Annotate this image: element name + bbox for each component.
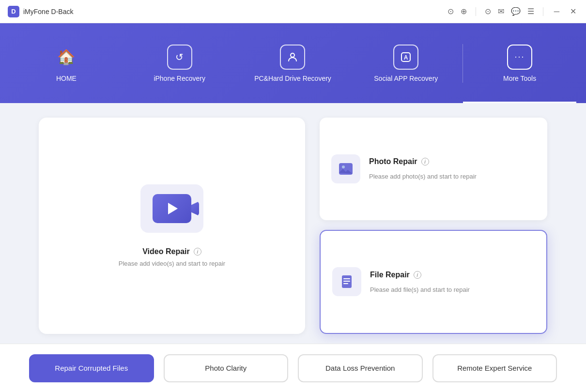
divider: [476, 7, 476, 16]
file-repair-card[interactable]: File Repair i Please add file(s) and sta…: [320, 230, 547, 334]
svg-text:A: A: [404, 54, 408, 61]
main-content: Video Repair i Please add video(s) and s…: [0, 103, 586, 344]
video-icon-wrapper: [140, 184, 203, 233]
discord-icon[interactable]: ⊕: [461, 7, 467, 16]
pc-icon: [280, 45, 305, 70]
video-repair-info-icon[interactable]: i: [194, 248, 201, 256]
window-controls: ⊙ ⊕ ⊙ ✉ 💬 ☰ ─ ✕: [447, 6, 578, 17]
svg-point-5: [342, 166, 345, 168]
title-bar: D iMyFone D-Back ⊙ ⊕ ⊙ ✉ 💬 ☰ ─ ✕: [0, 0, 586, 23]
menu-icon[interactable]: ☰: [527, 7, 534, 16]
data-loss-button[interactable]: Data Loss Prevention: [298, 354, 423, 382]
nav-home-label: HOME: [56, 75, 77, 82]
close-button[interactable]: ✕: [568, 6, 578, 17]
nav-iphone[interactable]: ↺ iPhone Recovery: [123, 23, 236, 103]
photo-repair-desc: Please add photo(s) and start to repair: [369, 173, 477, 180]
photo-icon-box: [331, 154, 360, 183]
right-column: Photo Repair i Please add photo(s) and s…: [320, 118, 547, 334]
svg-rect-9: [343, 281, 350, 282]
mail-icon[interactable]: ✉: [498, 7, 504, 16]
app-logo: D: [8, 6, 19, 17]
video-repair-desc: Please add video(s) and start to repair: [119, 260, 225, 267]
video-icon: [153, 194, 191, 223]
svg-rect-10: [343, 283, 348, 284]
nav-social-label: Social APP Recovery: [374, 75, 438, 82]
nav-more[interactable]: ··· More Tools: [463, 23, 576, 103]
nav-bar: 🏠 HOME ↺ iPhone Recovery PC&Hard Drive R…: [0, 23, 586, 103]
chat-icon[interactable]: 💬: [511, 7, 521, 16]
file-repair-title: File Repair i: [370, 271, 470, 279]
remote-expert-button[interactable]: Remote Expert Service: [432, 354, 557, 382]
file-repair-desc: Please add file(s) and start to repair: [370, 286, 470, 293]
photo-repair-info: Photo Repair i Please add photo(s) and s…: [369, 157, 477, 180]
svg-rect-8: [343, 278, 350, 279]
home-icon: 🏠: [54, 45, 79, 70]
file-icon-box: [332, 267, 361, 296]
video-repair-title: Video Repair i: [142, 247, 201, 256]
search-icon[interactable]: ⊙: [447, 7, 454, 16]
video-repair-card[interactable]: Video Repair i Please add video(s) and s…: [39, 118, 305, 334]
social-icon: A: [393, 45, 418, 70]
app-name: iMyFone D-Back: [23, 8, 73, 15]
camera-side-icon: [191, 201, 199, 216]
repair-corrupted-button[interactable]: Repair Corrupted Files: [29, 354, 154, 382]
photo-repair-title: Photo Repair i: [369, 157, 477, 166]
more-icon: ···: [507, 45, 532, 70]
file-repair-info: File Repair i Please add file(s) and sta…: [370, 271, 470, 293]
play-icon: [168, 203, 178, 214]
nav-home[interactable]: 🏠 HOME: [10, 23, 123, 103]
cards-container: Video Repair i Please add video(s) and s…: [39, 118, 547, 334]
iphone-icon: ↺: [167, 45, 192, 70]
divider2: [543, 7, 543, 16]
bottom-bar: Repair Corrupted Files Photo Clarity Dat…: [0, 344, 586, 392]
file-repair-info-icon[interactable]: i: [414, 271, 421, 279]
photo-repair-info-icon[interactable]: i: [421, 158, 429, 166]
svg-point-0: [291, 53, 294, 57]
settings-icon[interactable]: ⊙: [485, 7, 491, 16]
photo-clarity-button[interactable]: Photo Clarity: [164, 354, 289, 382]
nav-iphone-label: iPhone Recovery: [154, 75, 205, 82]
nav-more-label: More Tools: [503, 75, 536, 82]
nav-social[interactable]: A Social APP Recovery: [349, 23, 463, 103]
photo-repair-card[interactable]: Photo Repair i Please add photo(s) and s…: [320, 118, 547, 220]
nav-pc-label: PC&Hard Drive Recovery: [254, 75, 331, 82]
minimize-button[interactable]: ─: [552, 6, 561, 17]
nav-pc[interactable]: PC&Hard Drive Recovery: [236, 23, 350, 103]
